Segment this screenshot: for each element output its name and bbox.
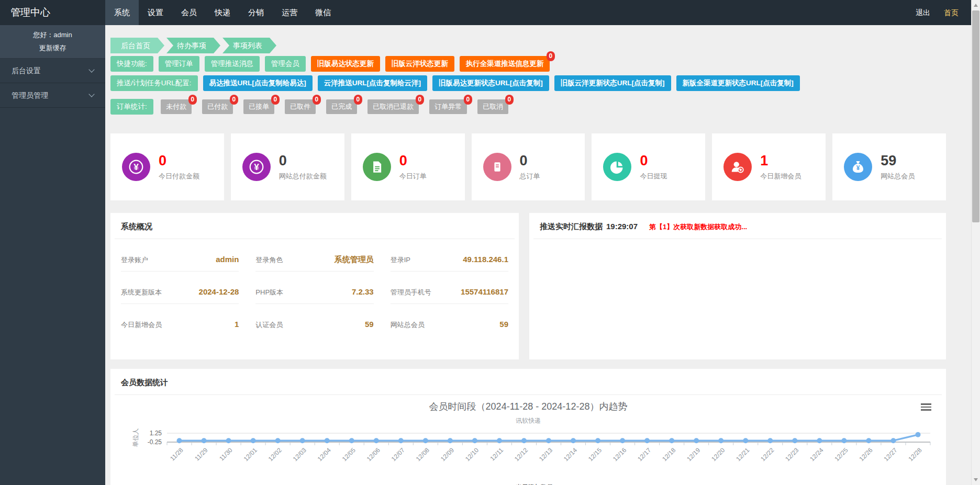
order-stat-2[interactable]: 已接单0 xyxy=(243,99,274,114)
scrollbar-thumb[interactable] xyxy=(972,10,979,222)
stat-card-meta: 1今日新增会员 xyxy=(760,153,801,181)
stat-value: 59 xyxy=(881,153,915,168)
top-nav: 系统设置会员快递分销运营微信 xyxy=(105,0,340,25)
nav-tab-4[interactable]: 分销 xyxy=(239,0,273,25)
svg-text:12/02: 12/02 xyxy=(267,446,283,463)
svg-text:12/14: 12/14 xyxy=(562,446,578,463)
stat-card-3[interactable]: 0总订单 xyxy=(472,133,585,200)
quick-action-r2-button-1[interactable]: 易达推送URL[点击复制给易达] xyxy=(203,75,313,91)
count-badge: 0 xyxy=(354,95,363,105)
data-point xyxy=(644,438,650,443)
stat-card-1[interactable]: ¥0网站总付款金额 xyxy=(231,133,344,200)
overview-label: 今日新增会员 xyxy=(121,320,162,330)
stat-card-4[interactable]: 0今日提现 xyxy=(592,133,705,200)
svg-text:¥: ¥ xyxy=(254,162,259,172)
svg-text:单位人: 单位人 xyxy=(132,428,139,447)
sidebar-menu: 后台设置管理员管理 xyxy=(0,59,105,108)
data-point xyxy=(497,438,502,443)
quick-action-r1-button-4[interactable]: 旧版易达状态更新 xyxy=(311,56,380,72)
overview-cell-2-2: 网站总会员59 xyxy=(391,304,508,336)
order-stat-6[interactable]: 订单异常0 xyxy=(429,99,467,114)
stat-cards: ¥0今日付款金额¥0网站总付款金额0今日订单0总订单0今日提现1今日新增会员¥5… xyxy=(110,133,946,200)
quick-action-r2-button-4[interactable]: 旧版云洋更新状态URL[点击复制] xyxy=(554,75,671,91)
overview-value: 49.118.246.1 xyxy=(463,255,508,264)
nav-tab-5[interactable]: 运营 xyxy=(273,0,306,25)
overview-label: 系统更新版本 xyxy=(121,288,162,297)
quick-action-r1-button-3[interactable]: 管理会员 xyxy=(265,56,306,72)
main-content: 后台首页待办事项事项列表 快捷功能:管理订单管理推送消息管理会员旧版易达状态更新… xyxy=(105,25,971,485)
user-add-icon xyxy=(723,153,752,181)
push-report-title: 推送实时汇报数据 xyxy=(540,222,603,232)
home-link[interactable]: 首页 xyxy=(944,0,959,25)
quick-action-r2-button-5[interactable]: 新版全渠道更新状态URL[点击复制] xyxy=(676,75,800,91)
svg-text:12/01: 12/01 xyxy=(242,446,259,463)
scrollbar-down-icon[interactable] xyxy=(974,478,978,481)
stat-card-0[interactable]: ¥0今日付款金额 xyxy=(110,133,224,200)
stat-label: 今日付款金额 xyxy=(159,172,199,181)
svg-text:¥: ¥ xyxy=(133,162,139,172)
nav-tab-6[interactable]: 微信 xyxy=(306,0,340,25)
order-stat-0[interactable]: 未付款0 xyxy=(161,99,192,114)
sidebar-item-0[interactable]: 后台设置 xyxy=(0,59,105,83)
chart-legend[interactable]: 当日添加数量 xyxy=(110,483,946,485)
order-stat-5[interactable]: 已取消已退款0 xyxy=(368,99,419,114)
quick-action-r2-button-2[interactable]: 云洋推送URL[点击复制给云洋] xyxy=(318,75,427,91)
data-point xyxy=(521,438,527,443)
sidebar-item-1[interactable]: 管理员管理 xyxy=(0,83,105,108)
overview-cell-1-2: 管理员手机号15574116817 xyxy=(391,272,508,304)
stat-card-2[interactable]: 0今日订单 xyxy=(351,133,465,200)
data-point xyxy=(300,438,305,443)
quick-action-r1-button-2[interactable]: 管理推送消息 xyxy=(205,56,260,72)
document-icon xyxy=(363,153,391,181)
breadcrumb-item-0[interactable]: 后台首页 xyxy=(110,38,164,53)
nav-tab-2[interactable]: 会员 xyxy=(172,0,206,25)
quick-actions-row2: 推送/计划任务URL配置:易达推送URL[点击复制给易达]云洋推送URL[点击复… xyxy=(110,75,946,91)
breadcrumb-item-1[interactable]: 待办事项 xyxy=(166,38,220,53)
data-point xyxy=(423,438,428,443)
stat-card-6[interactable]: ¥59网站总会员 xyxy=(832,133,946,200)
quick-action-r2-button-3[interactable]: 旧版易达更新状态URL[点击复制] xyxy=(432,75,549,91)
chart-menu-icon[interactable] xyxy=(921,403,931,412)
svg-text:¥: ¥ xyxy=(856,164,860,172)
data-point xyxy=(472,438,477,443)
svg-text:12/03: 12/03 xyxy=(292,446,308,463)
svg-text:12/24: 12/24 xyxy=(808,446,825,463)
data-point xyxy=(202,438,207,443)
order-stat-3[interactable]: 已取件0 xyxy=(285,99,316,114)
breadcrumb-item-2[interactable]: 事项列表 xyxy=(222,38,276,53)
nav-tab-0[interactable]: 系统 xyxy=(105,0,139,25)
order-stat-4[interactable]: 已完成0 xyxy=(326,99,357,114)
refresh-cache-link[interactable]: 更新缓存 xyxy=(39,43,66,53)
nav-tab-3[interactable]: 快递 xyxy=(206,0,239,25)
page-scrollbar[interactable] xyxy=(971,0,980,485)
quick-action-r1-button-6[interactable]: 执行全渠道推送信息更新0 xyxy=(460,56,550,72)
svg-text:11/30: 11/30 xyxy=(218,446,234,463)
order-stat-chips: 未付款0已付款0已接单0已取件0已完成0已取消已退款0订单异常0已取消0 xyxy=(161,99,519,108)
order-stat-1[interactable]: 已付款0 xyxy=(202,99,233,114)
svg-text:12/23: 12/23 xyxy=(784,446,800,463)
data-point xyxy=(275,438,281,443)
system-overview-grid: 登录账户admin登录角色系统管理员登录IP49.118.246.1系统更新版本… xyxy=(110,239,519,336)
yen-circle-icon: ¥ xyxy=(242,153,271,181)
data-point xyxy=(743,438,748,443)
order-stats-label: 订单统计: xyxy=(110,99,153,115)
member-trend-chart: 1.25-0.25单位人11/2811/2911/3012/0112/0212/… xyxy=(120,427,946,482)
data-point xyxy=(571,438,576,443)
data-point xyxy=(251,438,256,443)
order-stat-7[interactable]: 已取消0 xyxy=(477,99,508,114)
svg-text:11/28: 11/28 xyxy=(169,446,185,463)
svg-text:12/22: 12/22 xyxy=(759,446,775,463)
stat-card-5[interactable]: 1今日新增会员 xyxy=(712,133,826,200)
logout-link[interactable]: 退出 xyxy=(916,0,930,25)
overview-cell-2-1: 认证会员59 xyxy=(255,304,373,336)
stat-label: 今日提现 xyxy=(640,172,667,181)
overview-cell-0-2: 登录IP49.118.246.1 xyxy=(391,239,508,272)
quick-action-r1-button-5[interactable]: 旧版云洋状态更新 xyxy=(385,56,454,72)
quick-actions-row1: 快捷功能:管理订单管理推送消息管理会员旧版易达状态更新旧版云洋状态更新执行全渠道… xyxy=(110,56,946,72)
quick-action-r1-button-1[interactable]: 管理订单 xyxy=(159,56,199,72)
scrollbar-up-icon[interactable] xyxy=(974,4,978,7)
nav-tab-1[interactable]: 设置 xyxy=(139,0,172,25)
chevron-down-icon xyxy=(88,91,94,97)
stat-value: 0 xyxy=(279,153,327,168)
overview-cell-0-0: 登录账户admin xyxy=(121,239,239,272)
